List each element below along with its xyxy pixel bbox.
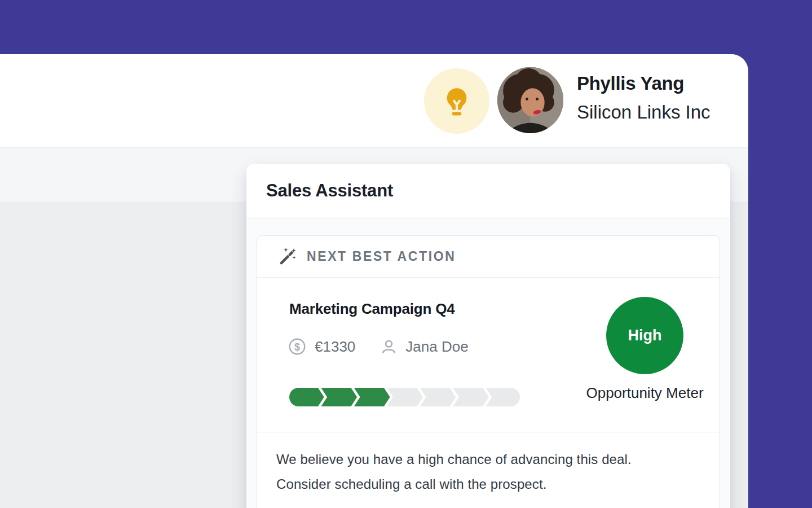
contact-icon: [380, 338, 398, 356]
deal-section: Marketing Campaign Q4 $ €1330: [257, 278, 720, 432]
deal-meta-row: $ €1330 Jana Doe: [288, 338, 469, 356]
next-best-action-header: NEXT BEST ACTION: [257, 236, 720, 278]
advice-text-line1: We believe you have a high chance of adv…: [276, 447, 703, 472]
opportunity-badge: High: [606, 297, 683, 374]
screen: { "theme": { "purple": "#3e3a96", "bulb_…: [0, 0, 812, 508]
user-avatar[interactable]: [497, 67, 563, 133]
deal-value: €1330: [315, 338, 355, 356]
contact-name: Jana Doe: [405, 338, 468, 356]
advice-section: We believe you have a high chance of adv…: [257, 432, 720, 497]
svg-text:$: $: [294, 341, 300, 353]
user-company: Silicon Links Inc: [577, 98, 710, 127]
user-block: Phyllis Yang Silicon Links Inc: [577, 69, 710, 127]
sales-card-header: Sales Assistant: [246, 164, 730, 218]
app-window: Phyllis Yang Silicon Links Inc Sales Ass…: [0, 54, 748, 508]
section-label: NEXT BEST ACTION: [307, 249, 456, 264]
currency-icon: $: [288, 338, 306, 356]
assistant-lightbulb-button[interactable]: [424, 68, 489, 134]
meter-filled-region: [289, 388, 391, 406]
opportunity-level: High: [628, 327, 662, 344]
sales-card-title: Sales Assistant: [266, 181, 393, 201]
deal-title: Marketing Campaign Q4: [289, 300, 454, 318]
magic-wand-icon: [277, 247, 297, 267]
opportunity-meter-label: Opportunity Meter: [584, 382, 705, 404]
sales-assistant-card: Sales Assistant NEXT BEST ACTION Marketi…: [246, 164, 730, 508]
lightbulb-icon: [439, 84, 474, 119]
user-name: Phyllis Yang: [577, 69, 710, 98]
next-best-action-card: NEXT BEST ACTION Marketing Campaign Q4 $…: [257, 235, 720, 508]
stage-meter: [289, 388, 520, 406]
app-header: Phyllis Yang Silicon Links Inc: [0, 54, 748, 147]
advice-text-line2: Consider scheduling a call with the pros…: [276, 472, 703, 497]
